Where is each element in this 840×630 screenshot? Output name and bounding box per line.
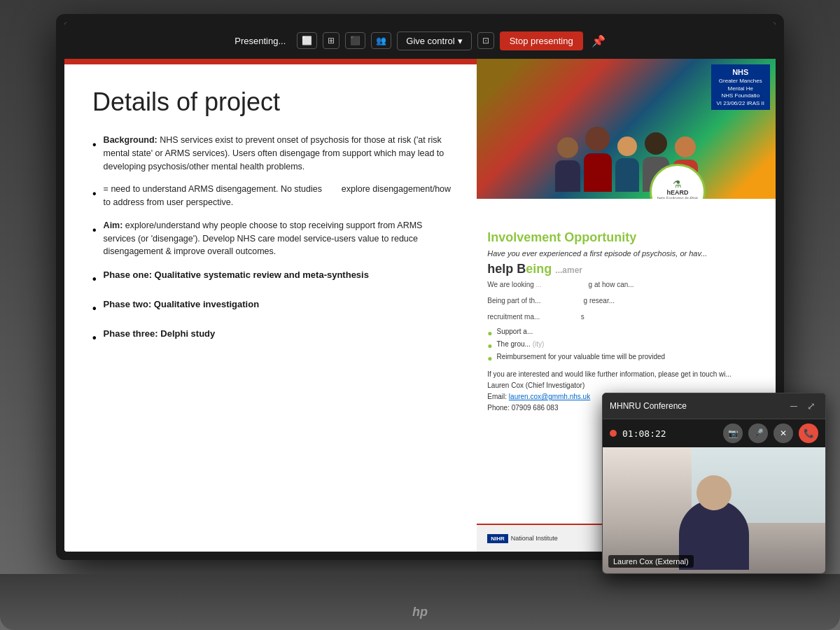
green-bullet-3: ● Reimbursement for your valuable time w… [487, 353, 765, 363]
person-head [696, 475, 732, 510]
layout-icon-4: 👥 [376, 36, 386, 46]
people-photo: NHS Greater Manches Mental He NHS Founda… [477, 59, 776, 199]
photo-head [585, 127, 610, 151]
green-bullet-1: ● Support a... [487, 328, 765, 338]
conference-header-buttons: ─ ⤢ [788, 399, 818, 413]
list-item: • = need to understand ARMS disengagemen… [92, 183, 456, 209]
presenting-label: Presenting... [234, 36, 286, 46]
list-item: • Background: NHS services exist to prev… [92, 134, 456, 173]
slide-top-red-bar [64, 59, 477, 64]
conference-title: MHNRU Conference [610, 401, 687, 411]
photo-person [615, 136, 639, 192]
nhs-text: Greater Manches Mental He NHS Foundatio … [717, 78, 764, 107]
heard-icon: ⚗ [673, 179, 682, 189]
green-bullet-text-1: Support a... [497, 328, 533, 335]
bullet-dot: • [92, 186, 97, 209]
phone-number: 07909 686 083 [512, 404, 559, 412]
camera-toggle-button[interactable]: 📷 [723, 424, 743, 443]
camera-icon: 📷 [728, 428, 738, 438]
green-bullet-text-2: The grou... (ity) [497, 340, 545, 348]
conference-timer: 01:08:22 [622, 428, 718, 439]
heard-label: hEARD [666, 189, 688, 196]
maximize-button[interactable]: ⤢ [804, 399, 818, 413]
pin-icon[interactable]: 📌 [592, 34, 606, 48]
involvement-title: Involvement Opportunity [487, 230, 765, 245]
help-b-title: help Being ...amer [487, 262, 765, 276]
bullet-bold-1: Background: [104, 135, 158, 145]
teams-toolbar: Presenting... ⬜ ⊞ ⬛ 👥 Give control ▾ ⊡ S… [64, 22, 776, 59]
phase-bold-2: Phase two: [104, 299, 152, 309]
list-item: • Aim: explore/understand why people cho… [92, 219, 456, 258]
give-control-button[interactable]: Give control ▾ [397, 31, 471, 50]
conference-video-feed: Lauren Cox (External) [603, 447, 825, 573]
bullet-dot: • [92, 330, 97, 346]
phone-label: Phone: [487, 404, 510, 412]
chevron-down-icon: ▾ [458, 36, 463, 46]
green-dot-icon: ● [487, 354, 492, 363]
list-item: • Phase one: Qualitative systematic revi… [92, 268, 456, 288]
green-dot-icon: ● [487, 341, 492, 351]
email-label: Email: [487, 393, 507, 400]
green-bullet-text-3: Reimbursement for your valuable time wil… [497, 353, 666, 360]
minimize-button[interactable]: ─ [788, 399, 800, 413]
screen-share-icon: ⊡ [482, 36, 489, 46]
photo-body [555, 160, 580, 192]
nhs-badge: NHS [732, 67, 748, 78]
contact-intro-text: If you are interested and would like fur… [487, 369, 765, 380]
bullet-bold-3: Aim: [104, 220, 123, 230]
layout-icon-3: ⬛ [350, 36, 360, 46]
conference-controls-bar: 01:08:22 📷 🎤 ✕ 📞 [603, 419, 825, 447]
slide-title: Details of project [92, 87, 456, 117]
close-call-button[interactable]: ✕ [774, 424, 793, 443]
phase-text-3: Phase three: Delphi study [104, 327, 216, 346]
close-icon: ✕ [780, 428, 787, 438]
green-dot-icon: ● [487, 328, 492, 338]
layout-icon-btn-3[interactable]: ⬛ [345, 32, 365, 49]
layout-icon-btn-2[interactable]: ⊞ [323, 32, 340, 49]
laptop-base: hp [0, 574, 840, 630]
photo-person [555, 137, 580, 192]
recording-dot-icon [610, 430, 617, 437]
nihr-logo: NIHR National Institute [487, 534, 558, 543]
bullet-text-2: = need to understand ARMS disengagement.… [104, 183, 456, 209]
heard-subtitle: help Exploring At-Risk Disengagement [652, 196, 704, 199]
bullet-dot: • [92, 222, 97, 258]
list-item: • Phase two: Qualitative investigation [92, 298, 456, 317]
stop-presenting-button[interactable]: Stop presenting [500, 31, 583, 50]
layout-icon-btn-1[interactable]: ⬜ [297, 32, 317, 49]
phase-text-2: Phase two: Qualitative investigation [104, 298, 260, 317]
give-control-label: Give control [406, 36, 454, 46]
hangup-icon: 📞 [804, 428, 814, 438]
participant-name-tag: Lauren Cox (External) [608, 555, 694, 568]
photo-head [675, 136, 696, 158]
email-link[interactable]: lauren.cox@gmmh.nhs.uk [509, 393, 590, 400]
photo-head [645, 132, 667, 155]
slide-left: Details of project • Background: NHS ser… [64, 59, 477, 552]
contact-name-text: Lauren Cox (Chief Investigator) [487, 380, 765, 391]
hangup-button[interactable]: 📞 [799, 424, 818, 443]
conference-popup: MHNRU Conference ─ ⤢ 01:08:22 📷 🎤 ✕ 📞 La… [602, 393, 826, 574]
bullet-dot: • [92, 271, 97, 288]
bullet-dot: • [92, 136, 97, 173]
mute-icon: 🎤 [753, 428, 764, 438]
involvement-subtitle: Have you ever experienced a first episod… [487, 249, 765, 258]
phase-bold-3: Phase three: [104, 328, 158, 339]
recruitment-text: recruitment ma... s [487, 312, 765, 322]
we-are-looking-text: We are looking ... g at how can... [487, 279, 765, 290]
nihr-badge: NIHR [487, 534, 508, 543]
photo-body [584, 153, 612, 192]
nhs-logo: NHS Greater Manches Mental He NHS Founda… [711, 64, 770, 110]
involvement-section: Involvement Opportunity Have you ever ex… [477, 230, 776, 414]
photo-head [557, 137, 578, 158]
mute-button[interactable]: 🎤 [748, 424, 768, 443]
green-bullet-2: ● The grou... (ity) [487, 340, 765, 351]
photo-body [615, 158, 639, 192]
layout-icon-btn-4[interactable]: 👥 [371, 32, 391, 49]
list-item: • Phase three: Delphi study [92, 327, 456, 346]
hp-logo: hp [412, 605, 428, 620]
phase-text-1: Phase one: Qualitative systematic review… [104, 268, 369, 288]
screen-share-icon-btn[interactable]: ⊡ [477, 32, 494, 49]
bullet-list: • Background: NHS services exist to prev… [92, 134, 456, 346]
layout-icon-1: ⬜ [302, 36, 312, 46]
photo-person [584, 127, 612, 192]
